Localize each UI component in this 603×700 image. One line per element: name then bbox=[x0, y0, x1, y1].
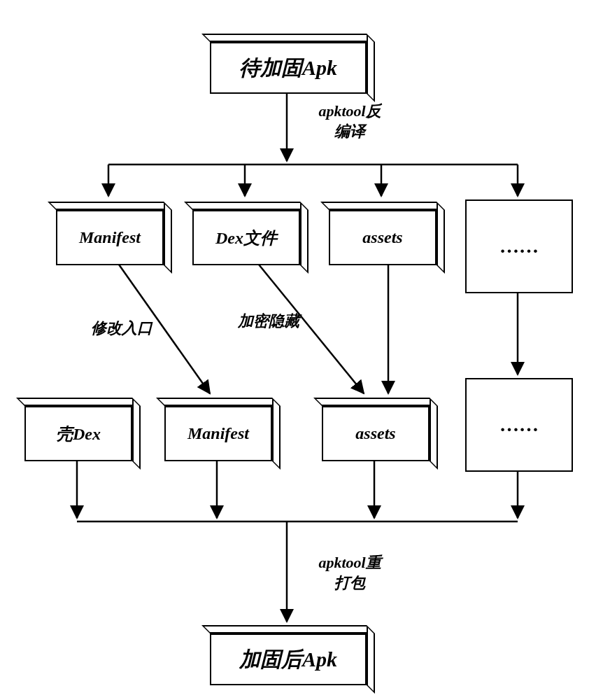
node-label: Dex文件 bbox=[215, 227, 277, 249]
node-manifest-new: Manifest bbox=[164, 406, 272, 461]
node-label: …… bbox=[499, 235, 539, 258]
label-repack: apktool重 打包 bbox=[294, 553, 406, 593]
label-encrypt-hide: 加密隐藏 bbox=[238, 312, 299, 332]
node-input-apk: 待加固Apk bbox=[210, 42, 367, 94]
node-others-orig: …… bbox=[465, 200, 573, 293]
node-label: 壳Dex bbox=[56, 423, 101, 445]
node-label: …… bbox=[499, 414, 539, 436]
node-others-new: …… bbox=[465, 378, 573, 472]
node-output-apk: 加固后Apk bbox=[210, 634, 367, 685]
node-shell-dex: 壳Dex bbox=[24, 406, 132, 461]
node-assets-orig: assets bbox=[329, 210, 437, 265]
node-label: assets bbox=[362, 228, 402, 247]
node-label: 待加固Apk bbox=[239, 54, 337, 83]
node-label: assets bbox=[355, 424, 395, 443]
node-assets-new: assets bbox=[322, 406, 430, 461]
node-label: 加固后Apk bbox=[239, 645, 337, 674]
node-manifest-orig: Manifest bbox=[56, 210, 164, 265]
node-label: Manifest bbox=[79, 228, 141, 247]
node-dex-orig: Dex文件 bbox=[192, 210, 300, 265]
node-label: Manifest bbox=[187, 424, 249, 443]
label-decompile: apktool反 编译 bbox=[294, 102, 406, 141]
label-modify-entry: 修改入口 bbox=[91, 318, 152, 339]
